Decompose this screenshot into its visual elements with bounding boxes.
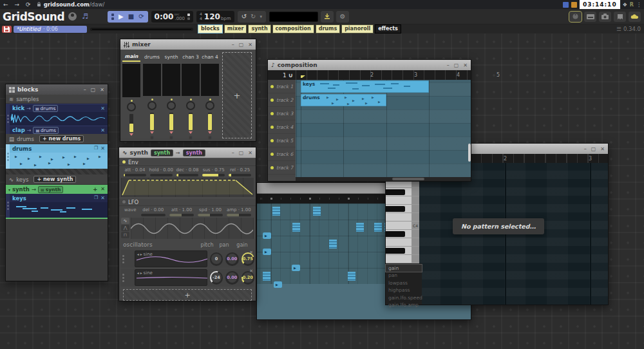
drag-handle-icon[interactable] — [6, 194, 10, 218]
osc-pitch-knob[interactable]: -24 — [210, 271, 223, 285]
drum-hit-block[interactable]: ▶ — [292, 265, 300, 271]
close-icon[interactable]: ✕ — [100, 87, 104, 93]
transport-grip[interactable] — [111, 14, 114, 20]
cloud-sync-icon[interactable] — [629, 12, 641, 22]
clip-keys[interactable]: keys — [301, 80, 429, 93]
maximize-icon[interactable]: ▢ — [454, 62, 459, 68]
mixer-channel-3[interactable]: chan 3 ☰ — [182, 52, 200, 140]
lfo-del-slider[interactable] — [141, 214, 166, 216]
lfo-spd-slider[interactable] — [198, 214, 222, 216]
routing-grid-icon[interactable]: ☰ — [150, 135, 153, 140]
pan-knob[interactable] — [205, 101, 214, 110]
drum-hit-block[interactable]: ▶ — [263, 249, 271, 255]
extension-icon-r[interactable]: R — [630, 2, 634, 8]
toolbar-input[interactable] — [269, 12, 318, 22]
expand-icon[interactable]: ▾ — [8, 187, 10, 192]
drum-roll-block[interactable] — [347, 270, 356, 282]
piano-key-black[interactable] — [386, 205, 419, 213]
forward-icon[interactable]: → — [15, 1, 20, 8]
composition-titlebar[interactable]: ♪ composition – ▢ ✕ — [268, 60, 471, 70]
clip-drums[interactable]: drums ▶▶ ▶▶ ▶▶ ▶▶ ▶▶ — [301, 94, 386, 106]
sample-row-clap[interactable]: clap → ▤ drums ✕ — [6, 126, 108, 134]
extension-icon-blue[interactable] — [563, 2, 569, 8]
close-icon[interactable]: ✕ — [600, 146, 605, 152]
env-rel-slider[interactable] — [229, 174, 251, 176]
sample-target-chip[interactable]: ▤ drums — [33, 105, 58, 112]
maximize-icon[interactable]: ▢ — [591, 146, 596, 152]
synth-row[interactable]: ▾ synth → ▤ synth + ✕ — [6, 185, 108, 194]
clone-icon[interactable]: ❐ — [94, 195, 98, 201]
user-avatar[interactable] — [68, 12, 77, 21]
osc-pan-knob[interactable]: 0.00 — [225, 252, 238, 266]
composition-vscrollbar[interactable] — [468, 144, 471, 162]
track-toggle-icon[interactable] — [270, 99, 274, 102]
osc-wave-display[interactable]: ◂ ▸ sine — [135, 250, 207, 267]
seek-bar[interactable] — [90, 28, 193, 31]
prop-highpass[interactable]: highpass — [386, 287, 422, 294]
env-hold-slider[interactable] — [150, 174, 173, 176]
minimize-icon[interactable]: – — [84, 87, 86, 93]
channel-tab-chan3[interactable]: chan 3 — [182, 52, 200, 62]
url-path[interactable]: /daw/ — [90, 1, 104, 8]
env-toggle-led[interactable] — [122, 160, 126, 164]
maximize-icon[interactable]: ▢ — [91, 87, 96, 93]
minimize-icon[interactable]: – — [232, 42, 234, 48]
drum-roll-block[interactable] — [328, 238, 337, 250]
close-icon[interactable]: ✕ — [249, 250, 253, 255]
window-button-mixer[interactable]: mixer — [224, 24, 247, 33]
mixer-channel-synth[interactable]: synth ☰ — [162, 52, 180, 140]
channel-tab-chan4[interactable]: chan 4 — [201, 52, 219, 62]
env-graph[interactable] — [121, 178, 254, 197]
mixer-titlebar[interactable]: mixer – ▢ ✕ — [120, 39, 256, 50]
lfo-graph[interactable] — [131, 218, 254, 239]
maximize-icon[interactable]: ▢ — [239, 150, 244, 156]
export-button[interactable] — [321, 11, 334, 23]
piano-key-black[interactable] — [386, 230, 419, 238]
drag-handle-icon[interactable] — [120, 255, 127, 263]
window-button-blocks[interactable]: blocks — [198, 24, 223, 33]
volume-fader[interactable] — [129, 114, 133, 132]
wave-square-button[interactable]: ⊓ — [121, 232, 129, 238]
close-icon[interactable]: ✕ — [463, 62, 468, 68]
puzzle-icon[interactable]: ❖ — [623, 2, 627, 8]
new-synth-button[interactable]: + new synth — [33, 176, 76, 183]
play-button[interactable]: ▶ — [118, 14, 124, 20]
add-icon[interactable]: + — [93, 186, 97, 193]
remove-icon[interactable]: ✕ — [100, 195, 105, 201]
routing-grid-icon[interactable]: ☰ — [169, 135, 173, 140]
track-toggle-icon[interactable] — [270, 166, 274, 169]
stop-button[interactable]: ■ — [128, 14, 134, 20]
track-header[interactable]: track 3 — [268, 107, 296, 120]
volume-fader[interactable] — [208, 113, 212, 130]
drag-handle-icon[interactable] — [6, 144, 10, 169]
reload-icon[interactable]: ⟳ — [26, 1, 31, 8]
piano-key[interactable] — [386, 213, 419, 222]
piano-key[interactable] — [386, 238, 419, 247]
env-section-header[interactable]: Env — [119, 158, 256, 166]
track-header[interactable]: track 5 — [268, 134, 296, 147]
knob-tool-icon[interactable] — [569, 12, 582, 22]
extension-icon-orange[interactable] — [571, 2, 577, 8]
undo-icon[interactable]: ↺ — [242, 13, 247, 20]
drum-roll-block[interactable] — [272, 205, 281, 217]
volume-fader[interactable] — [169, 113, 173, 130]
time-display[interactable]: 0:00 sec .000 — [151, 11, 193, 23]
clock-extension[interactable]: 03:14:10 — [580, 0, 620, 9]
pan-knob[interactable] — [186, 101, 195, 110]
prop-pan[interactable]: pan — [386, 272, 422, 279]
close-icon[interactable]: ✕ — [249, 269, 253, 274]
routing-grid-icon[interactable]: ☰ — [189, 135, 192, 140]
lfo-amp-slider[interactable] — [227, 214, 251, 216]
url-host[interactable]: gridsound.com — [44, 1, 90, 8]
synth-target-chip[interactable]: synth — [183, 149, 205, 156]
drums-pattern-header[interactable]: drums ❐ ✕ — [6, 144, 108, 153]
window-button-pianoroll[interactable]: pianoroll — [341, 24, 374, 33]
new-drums-button[interactable]: + new drums — [39, 135, 84, 142]
kick-waveform[interactable] — [6, 112, 108, 126]
composition-hscrollbar[interactable] — [296, 177, 471, 181]
drum-roll-block[interactable] — [312, 205, 321, 217]
settings-gear-icon[interactable]: ⚙ — [336, 11, 349, 23]
volume-fader[interactable] — [150, 113, 154, 130]
piano-key-c4[interactable]: C4 — [386, 222, 419, 230]
changelog-icon[interactable] — [614, 12, 626, 22]
